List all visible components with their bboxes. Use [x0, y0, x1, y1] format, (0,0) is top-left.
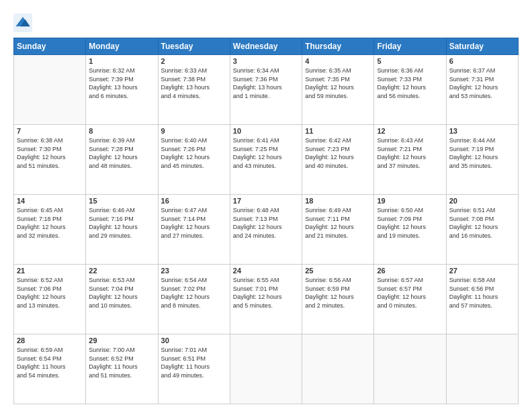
calendar-cell: 15Sunrise: 6:46 AM Sunset: 7:16 PM Dayli…: [86, 195, 158, 265]
calendar-cell: 29Sunrise: 7:00 AM Sunset: 6:52 PM Dayli…: [86, 334, 158, 404]
day-number: 12: [377, 127, 443, 135]
day-info: Sunrise: 6:36 AM Sunset: 7:33 PM Dayligh…: [377, 66, 443, 100]
day-info: Sunrise: 7:01 AM Sunset: 6:51 PM Dayligh…: [161, 346, 227, 379]
day-number: 11: [305, 127, 371, 135]
calendar-cell: 16Sunrise: 6:47 AM Sunset: 7:14 PM Dayli…: [158, 195, 230, 265]
day-info: Sunrise: 6:47 AM Sunset: 7:14 PM Dayligh…: [161, 206, 227, 240]
calendar-cell: [446, 334, 518, 404]
calendar-header-row: SundayMondayTuesdayWednesdayThursdayFrid…: [14, 38, 519, 55]
calendar-week-5: 28Sunrise: 6:59 AM Sunset: 6:54 PM Dayli…: [14, 334, 519, 404]
day-info: Sunrise: 6:37 AM Sunset: 7:31 PM Dayligh…: [449, 66, 515, 100]
calendar-header-monday: Monday: [86, 38, 158, 55]
calendar-cell: [230, 334, 302, 404]
calendar-cell: 18Sunrise: 6:49 AM Sunset: 7:11 PM Dayli…: [302, 195, 374, 265]
day-number: 22: [89, 267, 154, 275]
day-info: Sunrise: 6:45 AM Sunset: 7:18 PM Dayligh…: [17, 206, 83, 240]
calendar-cell: 17Sunrise: 6:48 AM Sunset: 7:13 PM Dayli…: [230, 195, 302, 265]
calendar-cell: [374, 334, 446, 404]
day-number: 24: [233, 267, 299, 275]
day-info: Sunrise: 6:40 AM Sunset: 7:26 PM Dayligh…: [161, 136, 227, 170]
day-info: Sunrise: 6:39 AM Sunset: 7:28 PM Dayligh…: [89, 136, 154, 170]
calendar-header-tuesday: Tuesday: [158, 38, 230, 55]
calendar-cell: [14, 55, 86, 125]
calendar-header-friday: Friday: [374, 38, 446, 55]
day-number: 13: [449, 127, 515, 135]
day-info: Sunrise: 6:33 AM Sunset: 7:38 PM Dayligh…: [161, 66, 227, 100]
day-number: 28: [17, 336, 83, 345]
calendar-cell: 19Sunrise: 6:50 AM Sunset: 7:09 PM Dayli…: [374, 195, 446, 265]
day-number: 6: [449, 57, 515, 65]
day-info: Sunrise: 6:49 AM Sunset: 7:11 PM Dayligh…: [305, 206, 371, 240]
day-info: Sunrise: 6:32 AM Sunset: 7:39 PM Dayligh…: [89, 66, 154, 100]
day-info: Sunrise: 6:57 AM Sunset: 6:57 PM Dayligh…: [377, 276, 443, 310]
calendar-week-4: 21Sunrise: 6:52 AM Sunset: 7:06 PM Dayli…: [14, 265, 519, 334]
header: [13, 11, 519, 32]
calendar-table: SundayMondayTuesdayWednesdayThursdayFrid…: [13, 38, 519, 404]
day-info: Sunrise: 6:51 AM Sunset: 7:08 PM Dayligh…: [449, 206, 515, 240]
day-number: 14: [17, 197, 83, 205]
day-number: 30: [161, 336, 227, 345]
calendar-cell: 7Sunrise: 6:38 AM Sunset: 7:30 PM Daylig…: [14, 125, 86, 195]
calendar-cell: 20Sunrise: 6:51 AM Sunset: 7:08 PM Dayli…: [446, 195, 518, 265]
calendar-cell: 22Sunrise: 6:53 AM Sunset: 7:04 PM Dayli…: [86, 265, 158, 334]
calendar-cell: 27Sunrise: 6:58 AM Sunset: 6:56 PM Dayli…: [446, 265, 518, 334]
calendar-header-wednesday: Wednesday: [230, 38, 302, 55]
calendar-cell: 3Sunrise: 6:34 AM Sunset: 7:36 PM Daylig…: [230, 55, 302, 125]
calendar-cell: 24Sunrise: 6:55 AM Sunset: 7:01 PM Dayli…: [230, 265, 302, 334]
calendar-cell: 14Sunrise: 6:45 AM Sunset: 7:18 PM Dayli…: [14, 195, 86, 265]
calendar-cell: 8Sunrise: 6:39 AM Sunset: 7:28 PM Daylig…: [86, 125, 158, 195]
calendar-cell: 6Sunrise: 6:37 AM Sunset: 7:31 PM Daylig…: [446, 55, 518, 125]
calendar-cell: 10Sunrise: 6:41 AM Sunset: 7:25 PM Dayli…: [230, 125, 302, 195]
calendar-header-sunday: Sunday: [14, 38, 86, 55]
day-number: 27: [449, 267, 515, 275]
day-info: Sunrise: 6:46 AM Sunset: 7:16 PM Dayligh…: [89, 206, 154, 240]
day-number: 26: [377, 267, 443, 275]
day-info: Sunrise: 6:56 AM Sunset: 6:59 PM Dayligh…: [305, 276, 371, 310]
calendar-cell: 23Sunrise: 6:54 AM Sunset: 7:02 PM Dayli…: [158, 265, 230, 334]
day-number: 3: [233, 57, 299, 65]
day-number: 17: [233, 197, 299, 205]
day-number: 23: [161, 267, 227, 275]
day-number: 16: [161, 197, 227, 205]
day-info: Sunrise: 6:53 AM Sunset: 7:04 PM Dayligh…: [89, 276, 154, 310]
day-number: 19: [377, 197, 443, 205]
day-info: Sunrise: 6:42 AM Sunset: 7:23 PM Dayligh…: [305, 136, 371, 170]
day-number: 1: [89, 57, 154, 65]
day-info: Sunrise: 7:00 AM Sunset: 6:52 PM Dayligh…: [89, 346, 154, 379]
logo-icon: [13, 13, 32, 32]
day-number: 7: [17, 127, 83, 135]
calendar-cell: 5Sunrise: 6:36 AM Sunset: 7:33 PM Daylig…: [374, 55, 446, 125]
day-info: Sunrise: 6:52 AM Sunset: 7:06 PM Dayligh…: [17, 276, 83, 310]
day-info: Sunrise: 6:50 AM Sunset: 7:09 PM Dayligh…: [377, 206, 443, 240]
day-number: 20: [449, 197, 515, 205]
calendar-week-3: 14Sunrise: 6:45 AM Sunset: 7:18 PM Dayli…: [14, 195, 519, 265]
calendar-cell: 1Sunrise: 6:32 AM Sunset: 7:39 PM Daylig…: [86, 55, 158, 125]
calendar-cell: [302, 334, 374, 404]
calendar-header-saturday: Saturday: [446, 38, 518, 55]
calendar-cell: 11Sunrise: 6:42 AM Sunset: 7:23 PM Dayli…: [302, 125, 374, 195]
day-info: Sunrise: 6:48 AM Sunset: 7:13 PM Dayligh…: [233, 206, 299, 240]
day-number: 18: [305, 197, 371, 205]
calendar-cell: 13Sunrise: 6:44 AM Sunset: 7:19 PM Dayli…: [446, 125, 518, 195]
day-info: Sunrise: 6:58 AM Sunset: 6:56 PM Dayligh…: [449, 276, 515, 310]
page: SundayMondayTuesdayWednesdayThursdayFrid…: [0, 0, 532, 411]
calendar-cell: 25Sunrise: 6:56 AM Sunset: 6:59 PM Dayli…: [302, 265, 374, 334]
calendar-cell: 28Sunrise: 6:59 AM Sunset: 6:54 PM Dayli…: [14, 334, 86, 404]
day-number: 9: [161, 127, 227, 135]
day-info: Sunrise: 6:43 AM Sunset: 7:21 PM Dayligh…: [377, 136, 443, 170]
logo: [13, 13, 35, 32]
calendar-cell: 30Sunrise: 7:01 AM Sunset: 6:51 PM Dayli…: [158, 334, 230, 404]
day-number: 2: [161, 57, 227, 65]
day-number: 4: [305, 57, 371, 65]
day-number: 5: [377, 57, 443, 65]
day-number: 10: [233, 127, 299, 135]
calendar-cell: 2Sunrise: 6:33 AM Sunset: 7:38 PM Daylig…: [158, 55, 230, 125]
day-info: Sunrise: 6:34 AM Sunset: 7:36 PM Dayligh…: [233, 66, 299, 100]
day-info: Sunrise: 6:44 AM Sunset: 7:19 PM Dayligh…: [449, 136, 515, 170]
day-info: Sunrise: 6:59 AM Sunset: 6:54 PM Dayligh…: [17, 346, 83, 379]
day-number: 8: [89, 127, 154, 135]
calendar-cell: 4Sunrise: 6:35 AM Sunset: 7:35 PM Daylig…: [302, 55, 374, 125]
day-info: Sunrise: 6:55 AM Sunset: 7:01 PM Dayligh…: [233, 276, 299, 310]
calendar-week-1: 1Sunrise: 6:32 AM Sunset: 7:39 PM Daylig…: [14, 55, 519, 125]
day-info: Sunrise: 6:54 AM Sunset: 7:02 PM Dayligh…: [161, 276, 227, 310]
